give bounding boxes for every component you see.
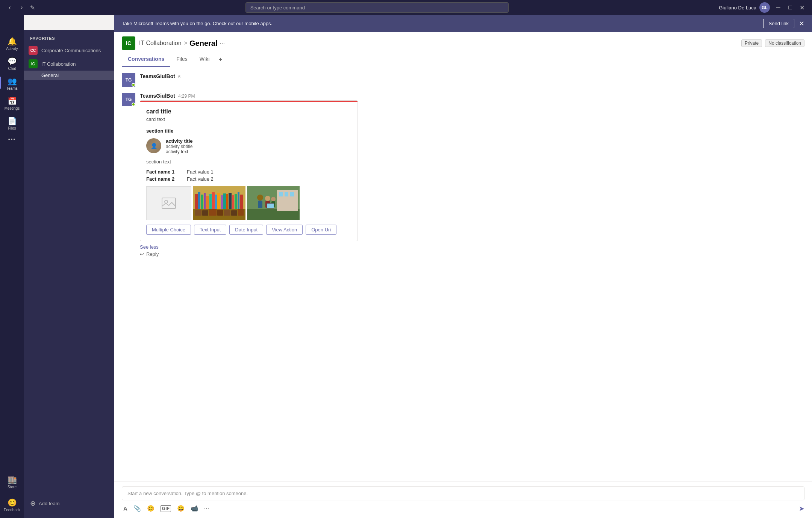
maximize-button[interactable]: □: [785, 2, 795, 13]
image-books: [193, 186, 245, 220]
card-actions: Multiple Choice Text Input Date Input Vi…: [146, 225, 351, 235]
title-bar-left: ‹ › ✎: [5, 2, 35, 13]
fact-name-1: Fact name 1: [146, 169, 184, 175]
svg-rect-35: [258, 201, 262, 208]
forward-button[interactable]: ›: [17, 2, 27, 13]
activity-title: activity title: [166, 138, 351, 144]
tab-conversations[interactable]: Conversations: [122, 53, 170, 67]
chat-icon: 💬: [8, 57, 17, 66]
sidebar-item-meetings[interactable]: 📅 Meetings: [0, 94, 24, 113]
team-item-ic[interactable]: IC IT Collaboration ···: [24, 57, 114, 71]
meetings-icon: 📅: [8, 97, 17, 106]
sidebar-item-chat[interactable]: 💬 Chat: [0, 54, 24, 74]
sticker-icon: 😄: [177, 505, 185, 512]
video-icon: 📹: [191, 505, 198, 512]
attach-button[interactable]: 📎: [132, 503, 142, 513]
breadcrumb-separator: >: [184, 40, 187, 47]
channel-tabs: Conversations Files Wiki +: [122, 53, 804, 67]
tab-files[interactable]: Files: [170, 53, 194, 67]
reply-icon: ↩: [140, 251, 144, 257]
svg-rect-22: [202, 210, 208, 216]
sidebar-item-feedback[interactable]: 😊 Feedback: [0, 495, 24, 515]
section-text: section text: [146, 159, 351, 165]
bot-status-top: [132, 83, 135, 87]
fact-name-2: Fact name 2: [146, 176, 184, 182]
channel-tags: Private No classification: [741, 39, 804, 47]
new-conversation: Start a new conversation. Type @ to ment…: [114, 482, 812, 518]
svg-rect-25: [224, 210, 230, 216]
user-name[interactable]: Giuliano De Luca: [719, 5, 756, 11]
activity-avatar: 👤: [146, 138, 161, 153]
feedback-label: Feedback: [4, 508, 20, 512]
sidebar-item-files[interactable]: 📄 Files: [0, 113, 24, 133]
messages-area: TG TeamsGiulBot 6 TG TeamsGiulBot 4:29 P…: [114, 67, 812, 482]
close-button[interactable]: ✕: [797, 2, 807, 13]
channel-title-row: IC IT Collaboration > General ··· Privat…: [122, 36, 804, 50]
svg-point-34: [257, 195, 263, 201]
chat-label: Chat: [8, 66, 16, 71]
send-button[interactable]: ➤: [799, 504, 804, 513]
channel-item-general[interactable]: General: [24, 71, 114, 80]
ic-team-name: IT Collaboration: [41, 61, 101, 67]
message-sender: TeamsGiulBot: [140, 93, 175, 99]
add-team-label: Add team: [39, 501, 60, 506]
card-title: card title: [146, 108, 351, 115]
channel-team-name: IT Collaboration: [139, 40, 182, 47]
team-item-cc[interactable]: CC Corporate Communications ···: [24, 44, 114, 57]
message-header: TeamsGiulBot 4:29 PM: [140, 93, 804, 99]
svg-rect-31: [279, 192, 283, 196]
search-input[interactable]: [245, 2, 509, 13]
reply-row[interactable]: ↩ Reply: [140, 250, 804, 258]
sidebar-item-teams[interactable]: 👥 Teams: [0, 74, 24, 94]
banner-text: Take Microsoft Teams with you on the go.…: [122, 21, 272, 26]
bot-avatar: TG: [122, 93, 135, 106]
message-time: 4:29 PM: [178, 94, 195, 99]
new-conversation-input-area[interactable]: Start a new conversation. Type @ to ment…: [122, 486, 804, 500]
message-toolbar: A 📎 😊 GIF 😄 📹 ··· ➤: [122, 503, 804, 513]
cc-team-name: Corporate Communications: [41, 48, 101, 53]
activity-avatar-inner: 👤: [146, 138, 161, 153]
window-controls: ─ □ ✕: [773, 2, 807, 13]
general-channel-name: General: [41, 72, 59, 78]
see-less-link[interactable]: See less: [140, 244, 804, 250]
format-button[interactable]: A: [122, 504, 129, 513]
gif-button[interactable]: GIF: [159, 504, 173, 513]
back-button[interactable]: ‹: [5, 2, 15, 13]
channel-options-button[interactable]: ···: [220, 40, 224, 47]
attach-icon: 📎: [133, 505, 141, 512]
add-team-button[interactable]: ⊕ Add team: [24, 495, 114, 512]
svg-rect-23: [209, 209, 217, 216]
classification-tag: No classification: [765, 39, 804, 47]
open-uri-button[interactable]: Open Uri: [306, 225, 336, 235]
files-icon: 📄: [8, 116, 17, 125]
sidebar-item-activity[interactable]: 🔔 Activity: [0, 34, 24, 54]
date-input-button[interactable]: Date Input: [229, 225, 263, 235]
svg-rect-20: [240, 195, 243, 209]
emoji-button[interactable]: 😊: [145, 503, 156, 513]
send-link-button[interactable]: Send link: [763, 19, 794, 28]
svg-rect-8: [206, 196, 209, 209]
card-body: card title card text section title 👤 act…: [140, 102, 358, 241]
view-action-button[interactable]: View Action: [266, 225, 303, 235]
sidebar-item-store[interactable]: 🏬 Store: [0, 472, 24, 492]
sticker-button[interactable]: 😄: [176, 503, 186, 513]
compose-button[interactable]: ✎: [30, 4, 35, 11]
minimize-button[interactable]: ─: [773, 2, 783, 13]
multiple-choice-button[interactable]: Multiple Choice: [146, 225, 191, 235]
more-toolbar-button[interactable]: ···: [203, 504, 211, 513]
avatar[interactable]: GL: [759, 2, 770, 13]
activity-subtitle: activity sbtitle: [166, 144, 351, 149]
video-button[interactable]: 📹: [189, 503, 200, 513]
store-icon: 🏬: [8, 475, 17, 484]
more-toolbar-icon: ···: [204, 505, 209, 512]
message-sender-top: TeamsGiulBot: [140, 73, 175, 79]
add-tab-button[interactable]: +: [215, 53, 226, 67]
sidebar-icons: 🔔 Activity 💬 Chat 👥 Teams 📅 Meetings 📄 F…: [0, 15, 24, 518]
sidebar-item-more[interactable]: •••: [0, 133, 24, 145]
banner-close-button[interactable]: ✕: [799, 20, 804, 28]
message-body: TeamsGiulBot 4:29 PM card title card tex…: [140, 93, 804, 258]
text-input-button[interactable]: Text Input: [194, 225, 226, 235]
tab-wiki[interactable]: Wiki: [194, 53, 215, 67]
teams-icon: 👥: [8, 77, 17, 86]
svg-rect-5: [198, 192, 200, 209]
